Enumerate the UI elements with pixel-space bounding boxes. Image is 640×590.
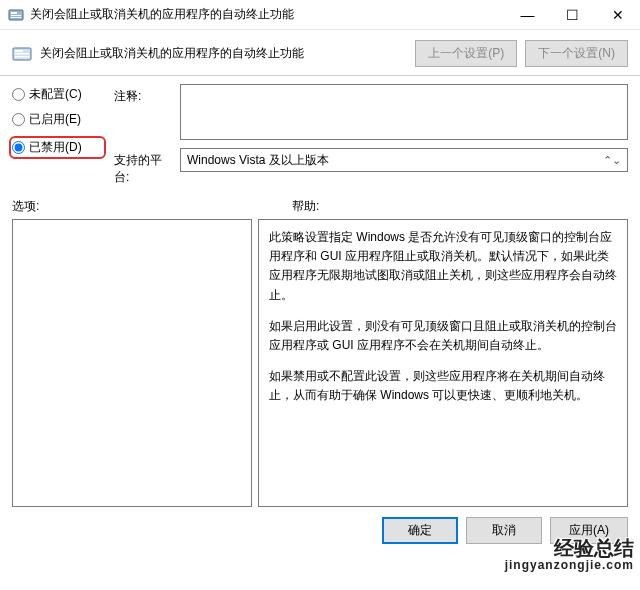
title-bar: 关闭会阻止或取消关机的应用程序的自动终止功能 — ☐ ✕: [0, 0, 640, 30]
radio-enabled-input[interactable]: [12, 113, 25, 126]
watermark-sub: jingyanzongjie.com: [505, 559, 634, 572]
radio-not-configured-label: 未配置(C): [29, 86, 82, 103]
prev-setting-button[interactable]: 上一个设置(P): [415, 40, 517, 67]
radio-disabled[interactable]: 已禁用(D): [9, 136, 106, 159]
window-buttons: — ☐ ✕: [505, 0, 640, 29]
fields-column: 注释: 支持的平台: Windows Vista 及以上版本 ⌃⌄: [114, 84, 628, 186]
next-setting-button[interactable]: 下一个设置(N): [525, 40, 628, 67]
options-label: 选项:: [12, 198, 292, 215]
comment-label: 注释:: [114, 84, 174, 105]
radio-disabled-input[interactable]: [12, 141, 25, 154]
help-label: 帮助:: [292, 198, 319, 215]
chevron-updown-icon: ⌃⌄: [603, 154, 621, 167]
svg-rect-6: [15, 53, 29, 55]
radio-disabled-label: 已禁用(D): [29, 139, 82, 156]
help-paragraph-3: 如果禁用或不配置此设置，则这些应用程序将在关机期间自动终止，从而有助于确保 Wi…: [269, 367, 617, 405]
footer: 确定 取消 应用(A): [0, 507, 640, 554]
close-button[interactable]: ✕: [595, 0, 640, 30]
maximize-button[interactable]: ☐: [550, 0, 595, 30]
platform-label: 支持的平台:: [114, 148, 174, 186]
ok-button[interactable]: 确定: [382, 517, 458, 544]
apply-button[interactable]: 应用(A): [550, 517, 628, 544]
radio-not-configured-input[interactable]: [12, 88, 25, 101]
config-row: 未配置(C) 已启用(E) 已禁用(D) 注释: 支持的平台: Windows …: [0, 84, 640, 186]
radio-not-configured[interactable]: 未配置(C): [12, 86, 106, 103]
platform-value: Windows Vista 及以上版本: [187, 152, 329, 169]
panes: 此策略设置指定 Windows 是否允许没有可见顶级窗口的控制台应用程序和 GU…: [0, 219, 640, 507]
platform-row: 支持的平台: Windows Vista 及以上版本 ⌃⌄: [114, 148, 628, 186]
platform-box[interactable]: Windows Vista 及以上版本 ⌃⌄: [180, 148, 628, 172]
svg-rect-1: [11, 12, 17, 14]
svg-rect-2: [11, 15, 21, 16]
comment-input[interactable]: [180, 84, 628, 140]
section-labels: 选项: 帮助:: [0, 186, 640, 219]
svg-rect-3: [11, 17, 21, 18]
divider: [0, 75, 640, 76]
cancel-button[interactable]: 取消: [466, 517, 542, 544]
help-paragraph-2: 如果启用此设置，则没有可见顶级窗口且阻止或取消关机的控制台应用程序或 GUI 应…: [269, 317, 617, 355]
comment-row: 注释:: [114, 84, 628, 140]
radio-group: 未配置(C) 已启用(E) 已禁用(D): [12, 84, 106, 186]
header-row: 关闭会阻止或取消关机的应用程序的自动终止功能 上一个设置(P) 下一个设置(N): [0, 30, 640, 73]
minimize-button[interactable]: —: [505, 0, 550, 30]
svg-rect-7: [15, 56, 29, 58]
help-paragraph-1: 此策略设置指定 Windows 是否允许没有可见顶级窗口的控制台应用程序和 GU…: [269, 228, 617, 305]
help-pane: 此策略设置指定 Windows 是否允许没有可见顶级窗口的控制台应用程序和 GU…: [258, 219, 628, 507]
radio-enabled-label: 已启用(E): [29, 111, 81, 128]
policy-icon: [12, 44, 32, 64]
options-pane: [12, 219, 252, 507]
window-title: 关闭会阻止或取消关机的应用程序的自动终止功能: [30, 6, 505, 23]
app-icon: [8, 7, 24, 23]
svg-rect-5: [15, 50, 23, 52]
radio-enabled[interactable]: 已启用(E): [12, 111, 106, 128]
policy-title: 关闭会阻止或取消关机的应用程序的自动终止功能: [40, 45, 407, 62]
